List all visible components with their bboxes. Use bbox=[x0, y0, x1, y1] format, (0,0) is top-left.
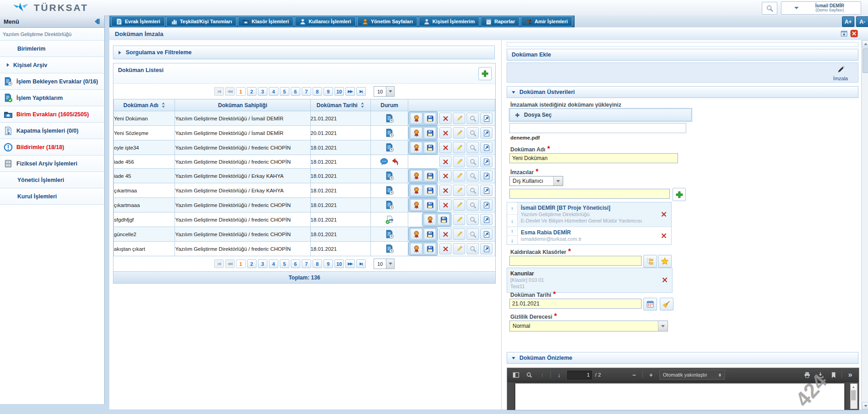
save-button[interactable] bbox=[424, 228, 436, 240]
edit-button[interactable] bbox=[453, 142, 465, 153]
font-increase-button[interactable]: A+ bbox=[842, 16, 854, 27]
open-button[interactable] bbox=[480, 113, 493, 124]
pdf-bookmark-icon[interactable] bbox=[828, 370, 838, 380]
remove-folder-button[interactable] bbox=[657, 268, 672, 292]
page-6-button[interactable]: 6 bbox=[291, 87, 300, 96]
open-button[interactable] bbox=[480, 185, 493, 196]
pdf-zoom-select[interactable]: Otomatik yakınlaştır bbox=[659, 370, 725, 380]
page-8-button[interactable]: 8 bbox=[313, 87, 322, 96]
save-button[interactable] bbox=[424, 113, 436, 124]
view-button[interactable] bbox=[467, 185, 479, 196]
delete-button[interactable] bbox=[439, 113, 452, 124]
page-size-select[interactable]: 10 bbox=[374, 259, 395, 269]
page-4-button[interactable]: 4 bbox=[269, 87, 278, 96]
open-button[interactable] bbox=[480, 199, 493, 211]
page-3-button[interactable]: 3 bbox=[258, 259, 267, 268]
calendar-button[interactable] bbox=[643, 298, 657, 310]
col-doc-date[interactable]: Doküman Tarihi bbox=[310, 99, 370, 111]
page-6-button[interactable]: 6 bbox=[291, 259, 300, 268]
page-1-button[interactable]: 1 bbox=[236, 259, 246, 268]
folder-tree-button[interactable] bbox=[643, 255, 657, 268]
sign-button[interactable]: İmzala bbox=[833, 64, 848, 81]
tab-amir-i-lemleri[interactable]: Amir İşlemleri bbox=[521, 16, 572, 26]
page-8-button[interactable]: 8 bbox=[313, 259, 322, 268]
page-4-button[interactable]: 4 bbox=[269, 259, 278, 268]
open-button[interactable] bbox=[480, 228, 493, 240]
edit-button[interactable] bbox=[453, 113, 465, 124]
delete-button[interactable] bbox=[439, 199, 452, 211]
first-page-button[interactable]: |◀ bbox=[214, 259, 224, 268]
delete-button[interactable] bbox=[439, 185, 452, 196]
sidebar-item-kurul-i-lemleri[interactable]: Kurul İşlemleri bbox=[0, 188, 104, 205]
sign-button[interactable] bbox=[410, 113, 422, 124]
signer-type-select[interactable]: Dış Kullanıcı bbox=[509, 176, 563, 186]
page-9-button[interactable]: 9 bbox=[324, 87, 333, 96]
privacy-select[interactable]: Normal bbox=[509, 321, 668, 331]
view-button[interactable] bbox=[467, 113, 479, 124]
sidebar-item-birimlerim[interactable]: Birimlerim bbox=[0, 41, 104, 57]
sidebar-item-y-netici-i-lemleri[interactable]: Yönetici İşlemleri bbox=[0, 172, 104, 188]
prev-page-button[interactable]: ◀◀ bbox=[225, 87, 235, 96]
signer-search-input[interactable] bbox=[509, 189, 670, 199]
save-button[interactable] bbox=[424, 243, 436, 254]
sign-button[interactable] bbox=[410, 185, 422, 196]
view-button[interactable] bbox=[467, 228, 479, 240]
font-decrease-button[interactable]: A- bbox=[856, 16, 868, 27]
sign-button[interactable] bbox=[410, 243, 422, 254]
edit-button[interactable] bbox=[453, 185, 465, 196]
tab-klas-r-i-lemleri[interactable]: Klasör İşlemleri bbox=[238, 16, 293, 26]
pdf-zoom-out-icon[interactable]: − bbox=[629, 370, 639, 380]
pdf-sidebar-toggle-icon[interactable] bbox=[511, 370, 521, 380]
date-input[interactable] bbox=[509, 299, 642, 309]
delete-button[interactable] bbox=[439, 243, 452, 254]
delete-button[interactable] bbox=[439, 156, 452, 167]
pdf-prev-page-icon[interactable]: ↑ bbox=[537, 370, 547, 380]
page-2-button[interactable]: 2 bbox=[247, 259, 257, 268]
sign-button[interactable] bbox=[410, 127, 422, 139]
delete-button[interactable] bbox=[439, 127, 452, 139]
sidebar-item-i-lem-bekleyen-evraklar-0-16[interactable]: İşlem Bekleyen Evraklar (0/16) bbox=[0, 73, 104, 90]
tab-raporlar[interactable]: Raporlar bbox=[481, 16, 519, 26]
clear-date-button[interactable] bbox=[660, 298, 673, 310]
save-button[interactable] bbox=[424, 142, 436, 153]
delete-button[interactable] bbox=[439, 142, 452, 153]
user-menu[interactable]: İsmail DEMİR (Demo Sayfası) bbox=[781, 1, 861, 15]
sign-button[interactable] bbox=[424, 214, 436, 225]
add-signer-button[interactable] bbox=[673, 188, 686, 201]
sign-button[interactable] bbox=[410, 170, 422, 181]
sidebar-item-birim-evraklar-1605-2505[interactable]: Birim Evrakları (1605/2505) bbox=[0, 106, 104, 123]
edit-button[interactable] bbox=[453, 127, 465, 139]
page-3-button[interactable]: 3 bbox=[258, 87, 267, 96]
save-button[interactable] bbox=[437, 214, 450, 225]
remove-signer-button[interactable] bbox=[657, 227, 671, 245]
view-button[interactable] bbox=[467, 214, 479, 225]
tab-kullan-c-i-lemleri[interactable]: Kullanıcı İşlemleri bbox=[295, 16, 356, 26]
filter-accordion[interactable]: Sorgulama ve Filtreleme bbox=[113, 46, 495, 59]
open-button[interactable] bbox=[480, 127, 493, 139]
page-size-select[interactable]: 10 bbox=[374, 86, 395, 97]
edit-button[interactable] bbox=[453, 156, 465, 167]
page-1-button[interactable]: 1 bbox=[236, 87, 246, 96]
open-button[interactable] bbox=[480, 170, 493, 181]
sign-button[interactable] bbox=[410, 199, 422, 211]
edit-button[interactable] bbox=[453, 243, 465, 254]
preview-accordion[interactable]: Doküman Önizleme bbox=[507, 352, 858, 364]
scroll-down-icon[interactable] bbox=[862, 402, 868, 409]
sign-button[interactable] bbox=[410, 142, 422, 153]
metadata-accordion[interactable]: Doküman Üstverileri bbox=[507, 86, 858, 98]
pdf-next-page-icon[interactable]: ↓ bbox=[554, 370, 564, 380]
edit-button[interactable] bbox=[453, 228, 465, 240]
col-doc-owner[interactable]: Doküman Sahipliği bbox=[175, 99, 310, 111]
sign-button[interactable] bbox=[410, 228, 422, 240]
remove-signer-button[interactable] bbox=[657, 202, 671, 227]
page-2-button[interactable]: 2 bbox=[247, 87, 257, 96]
edit-button[interactable] bbox=[453, 199, 465, 211]
tab-evrak-i-lemleri[interactable]: Evrak İşlemleri bbox=[111, 16, 165, 26]
col-doc-name[interactable]: Doküman Adı bbox=[114, 99, 175, 111]
move-up-button[interactable]: ↑ bbox=[507, 202, 517, 215]
page-10-button[interactable]: 10 bbox=[334, 259, 344, 268]
view-button[interactable] bbox=[467, 142, 479, 153]
doc-name-input[interactable] bbox=[509, 153, 678, 163]
tab-ki-isel-i-lemlerim[interactable]: Kişisel İşlemlerim bbox=[419, 16, 479, 26]
save-button[interactable] bbox=[424, 199, 436, 211]
